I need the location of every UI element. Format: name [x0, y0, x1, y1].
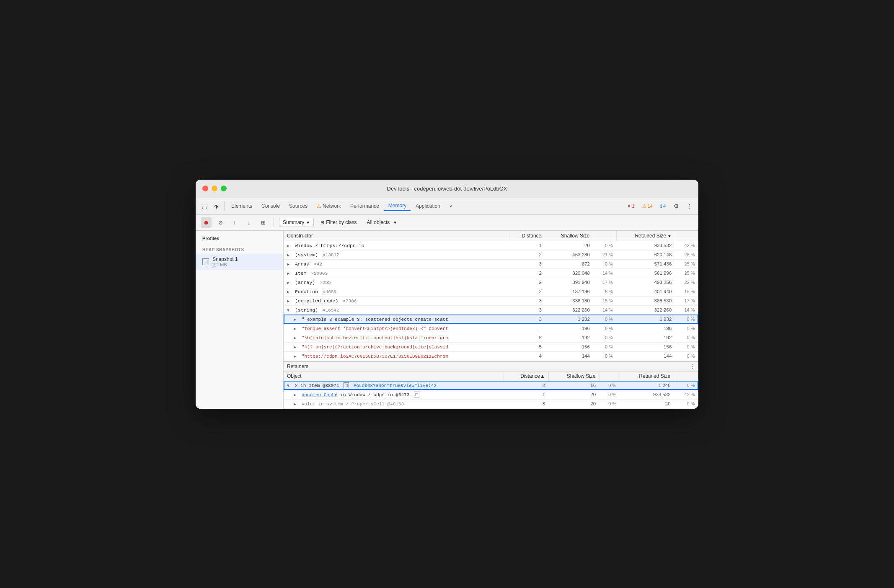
table-row[interactable]: ▶ Array ×42 3 672 0 % 571 436 25 % — [284, 259, 698, 268]
expand-arrow[interactable]: ▶ — [287, 271, 292, 276]
settings-button[interactable]: ⚙ — [671, 201, 682, 211]
table-row[interactable]: ▶ "\b(calc|cubic-bezier|fit-content|hsl|… — [284, 333, 698, 342]
close-button[interactable] — [202, 186, 208, 191]
constructor-cell: ▼ (string) ×16542 — [284, 305, 509, 315]
shallow-cell: 144 — [545, 351, 593, 361]
retainer-object-cell: ▶ value in system / PropertyCell @40163 — [284, 399, 504, 408]
retainer-row[interactable]: ▶ documentCache in Window / cdpn.io @647… — [284, 390, 698, 399]
nav-network[interactable]: ⚠ Network — [313, 201, 345, 211]
shallow-pct-cell: 0 % — [593, 333, 616, 342]
retained-pct-cell: 18 % — [675, 287, 698, 296]
expand-arrow[interactable]: ▶ — [287, 289, 292, 294]
nav-sources[interactable]: Sources — [285, 201, 312, 211]
data-panel: Constructor Distance Shallow Size Retain… — [284, 231, 698, 409]
grid-button[interactable]: ⊞ — [258, 217, 269, 228]
clear-button[interactable]: ⊘ — [215, 217, 226, 228]
chevron-down-icon-2: ▼ — [393, 220, 397, 225]
record-button[interactable]: ⏺ — [201, 217, 212, 228]
constructor-name: (string) — [295, 307, 318, 313]
table-row[interactable]: ▶ Item ×20003 2 320 048 14 % 561 296 25 … — [284, 268, 698, 278]
table-row[interactable]: ▶ (array) ×255 2 391 948 17 % 493 256 22… — [284, 278, 698, 287]
retainer-distance-cell: 3 — [504, 399, 549, 408]
main-content: Profiles HEAP SNAPSHOTS 📄 Snapshot 1 2.2… — [196, 231, 698, 409]
nav-performance[interactable]: Performance — [346, 201, 383, 211]
retainer-row-selected[interactable]: ▼ x in Item @38071 □ PoLdb0X?anon=true&v… — [284, 381, 698, 390]
retainer-distance-cell: 2 — [504, 381, 549, 390]
distance-cell: 3 — [509, 305, 545, 315]
table-row[interactable]: ▶ "https://cdpn.io2AC766158D5B7507E17015… — [284, 351, 698, 361]
table-body: ▶ Window / https://cdpn.io 1 20 0 % 933 … — [284, 241, 698, 361]
shallow-cell: 20 — [545, 241, 593, 250]
expand-arrow[interactable]: ▶ — [294, 335, 299, 340]
table-row[interactable]: ▶ Function ×4689 2 137 196 6 % 401 940 1… — [284, 287, 698, 296]
shallow-cell: 320 048 — [545, 268, 593, 278]
expand-arrow[interactable]: ▶ — [294, 392, 299, 397]
all-objects-label: All objects — [367, 219, 390, 225]
retained-cell: 571 436 — [616, 259, 675, 268]
distance-cell: 2 — [509, 268, 545, 278]
more-options-button[interactable]: ⋮ — [684, 201, 695, 211]
upload-button[interactable]: ↑ — [229, 217, 240, 228]
expand-arrow[interactable]: ▶ — [294, 345, 299, 350]
table-row[interactable]: ▶ "Torque assert 'Convert<uintptr>(endIn… — [284, 324, 698, 333]
inspect-icon[interactable]: ⬚ — [199, 201, 210, 211]
table-row[interactable]: ▶ "^(?!on|src|(?:action|archive|backgrou… — [284, 342, 698, 351]
device-icon[interactable]: ⬗ — [211, 201, 222, 211]
retained-cell: 322 260 — [616, 305, 675, 315]
retainer-shallow-cell: 20 — [548, 399, 599, 408]
constructor-cell: ▶ "https://cdpn.io2AC766158D5B7507E17015… — [284, 351, 509, 361]
nav-application[interactable]: Application — [411, 201, 444, 211]
expand-arrow[interactable]: ▶ — [294, 326, 299, 331]
table-row[interactable]: ▶ (compiled code) ×7386 3 336 180 15 % 3… — [284, 296, 698, 305]
distance-cell: 5 — [509, 342, 545, 351]
retainer-object-name: x in Item @38071 — [295, 383, 339, 388]
constructor-name: (compiled code) — [295, 298, 338, 304]
expand-arrow[interactable]: ▶ — [287, 243, 292, 248]
expand-arrow[interactable]: ▶ — [294, 354, 299, 359]
main-table-container[interactable]: Constructor Distance Shallow Size Retain… — [284, 231, 698, 361]
nav-elements[interactable]: Elements — [227, 201, 256, 211]
download-button[interactable]: ↓ — [243, 217, 254, 228]
all-objects-dropdown[interactable]: All objects ▼ — [364, 218, 401, 227]
nav-more[interactable]: » — [445, 201, 457, 211]
col-retained-pct — [675, 231, 698, 241]
minimize-button[interactable] — [212, 186, 217, 191]
maximize-button[interactable] — [221, 186, 227, 191]
profiles-title: Profiles — [196, 236, 283, 244]
retained-pct-cell: 14 % — [675, 305, 698, 315]
expand-arrow[interactable]: ▼ — [287, 384, 292, 388]
expand-arrow[interactable]: ▶ — [287, 280, 292, 285]
distance-cell: 2 — [509, 278, 545, 287]
table-row-selected[interactable]: ▶ " example 3 example 3: scattered objec… — [284, 315, 698, 324]
retained-cell: 561 296 — [616, 268, 675, 278]
constructor-cell: ▶ (compiled code) ×7386 — [284, 296, 509, 305]
expand-arrow[interactable]: ▶ — [287, 299, 292, 304]
retained-pct-cell: 22 % — [675, 278, 698, 287]
constructor-name: Function — [295, 289, 318, 294]
expand-arrow[interactable]: ▶ — [294, 402, 299, 407]
warning-badge[interactable]: ⚠ 14 — [640, 203, 655, 210]
expand-arrow[interactable]: ▼ — [287, 308, 292, 313]
retainer-row[interactable]: ▶ value in system / PropertyCell @40163 … — [284, 399, 698, 408]
string-value: "\b(calc|cubic-bezier|fit-content|hsl|hs… — [302, 335, 448, 340]
expand-arrow[interactable]: ▶ — [287, 262, 292, 267]
snapshot-item[interactable]: 📄 Snapshot 1 2.2 MB — [196, 254, 283, 270]
count-label: ×42 — [314, 262, 322, 267]
expand-arrow[interactable]: ▶ — [287, 253, 292, 258]
table-row[interactable]: ▼ (string) ×16542 3 322 260 14 % 322 260… — [284, 305, 698, 315]
retained-cell: 156 — [616, 342, 675, 351]
filter-by-class-button[interactable]: ⊟ Filter by class — [317, 218, 360, 227]
nav-console[interactable]: Console — [257, 201, 284, 211]
table-row[interactable]: ▶ (system) ×13817 2 463 280 21 % 620 148… — [284, 250, 698, 259]
expand-arrow[interactable]: ▶ — [294, 317, 299, 322]
window-title: DevTools - codepen.io/web-dot-dev/live/P… — [202, 186, 692, 192]
nav-memory[interactable]: Memory — [384, 201, 411, 211]
summary-dropdown[interactable]: Summary ▼ — [279, 218, 314, 227]
retainer-shallow-pct-cell: 0 % — [599, 390, 620, 399]
error-badge[interactable]: ✕ 1 — [625, 203, 637, 210]
retainer-link[interactable]: PoLdb0X?anon=true&view=live:43 — [354, 383, 437, 388]
error-count: 1 — [632, 204, 635, 209]
shallow-pct-cell: 0 % — [593, 351, 616, 361]
info-badge[interactable]: ℹ 4 — [658, 203, 668, 210]
table-row[interactable]: ▶ Window / https://cdpn.io 1 20 0 % 933 … — [284, 241, 698, 250]
